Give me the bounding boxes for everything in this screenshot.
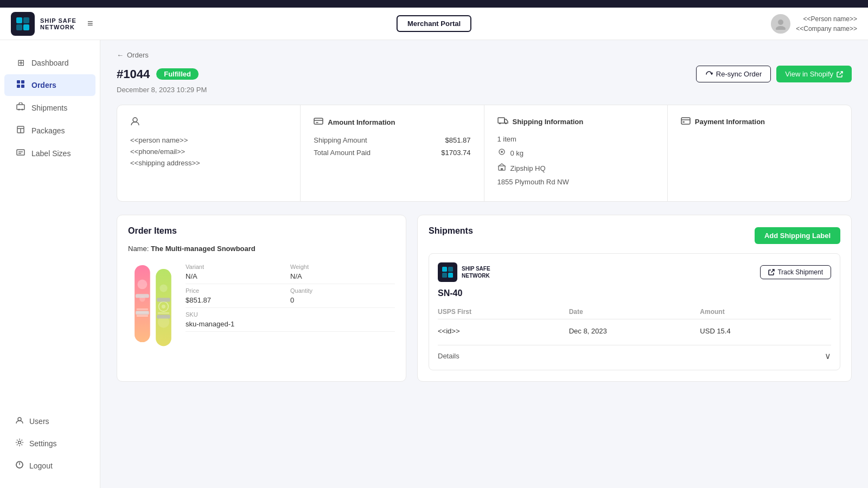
amount-card: Amount Information Shipping Amount $851.… [301,105,484,201]
svg-rect-23 [314,118,323,124]
svg-point-28 [505,123,507,124]
svg-point-27 [499,123,501,124]
ssn-logo-icon [441,266,454,279]
customer-card-title [130,116,287,129]
variant-value: N/A [186,272,285,280]
price-label: Price [186,287,285,294]
svg-rect-55 [448,267,453,272]
info-cards: <<person name>> <<phone/email>> <<shippi… [117,105,852,202]
svg-rect-53 [157,314,170,318]
svg-rect-42 [137,315,148,317]
svg-rect-32 [501,168,503,170]
item-specs: Variant N/A Weight N/A Price $851.87 [186,260,395,347]
shipping-item-count: 1 item [497,135,516,143]
shipping-card: Shipping Information 1 item 0 kg Zipship… [484,105,668,201]
sidebar-item-users[interactable]: Users [4,410,95,432]
shipment-sn: SN-40 [438,288,831,298]
sidebar-nav: ⊞ Dashboard Orders Shipments Packages [0,51,100,165]
shipment-date: Dec 8, 2023 [569,327,700,335]
shipping-amount-value: $851.87 [445,136,471,144]
svg-rect-52 [157,298,170,301]
price-value: $851.87 [186,296,285,304]
variant-col: Variant N/A [186,260,290,284]
total-amount-value: $1703.74 [441,149,470,157]
amount-card-title: Amount Information [314,116,470,129]
total-amount-row: Total Amount Paid $1703.74 [314,149,470,157]
header: SHIP SAFE NETWORK ≡ Merchant Portal <<Pe… [0,8,868,40]
shopify-label: View in Shopify [785,70,833,78]
logo-icon [15,16,30,31]
label-sizes-icon [15,148,26,159]
merchant-portal-button[interactable]: Merchant Portal [397,15,471,32]
payment-title-text: Payment Information [695,118,765,126]
svg-point-5 [776,26,786,30]
shipping-item-count-row: 1 item [497,135,654,143]
amount-title-text: Amount Information [328,118,395,126]
shipment-id: <<id>> [438,327,569,335]
item-name-row: Name: The Multi-managed Snowboard [128,245,395,253]
ssn-text: SHIP SAFE NETWORK [462,265,490,279]
track-label: Track Shipment [777,268,823,276]
svg-point-11 [18,109,20,111]
sidebar-item-settings[interactable]: Settings [4,433,95,454]
breadcrumb: ← Orders [117,51,852,59]
header-buttons: Re-sync Order View in Shopify [696,66,852,82]
resync-order-button[interactable]: Re-sync Order [696,66,771,82]
track-shipment-button[interactable]: Track Shipment [760,265,831,279]
shipping-amount-label: Shipping Amount [314,136,367,144]
quantity-value: 0 [290,296,390,304]
weight-value: N/A [290,272,390,280]
view-shopify-button[interactable]: View in Shopify [776,66,852,82]
amount-icon [314,116,323,129]
add-shipping-label-button[interactable]: Add Shipping Label [755,227,840,244]
sidebar-item-label-sizes[interactable]: Label Sizes [4,143,95,164]
sidebar-item-dashboard[interactable]: ⊞ Dashboard [4,52,95,73]
logo-area: SHIP SAFE NETWORK ≡ [11,12,93,36]
payment-card-title: Payment Information [681,116,838,127]
svg-rect-9 [21,85,24,88]
sidebar-item-packages[interactable]: Packages [4,120,95,142]
carrier-column-header: USPS First [438,308,569,316]
svg-rect-26 [498,118,505,123]
svg-point-47 [159,284,167,292]
sidebar-label-settings: Settings [29,439,57,448]
svg-rect-2 [16,24,22,30]
user-company-name: <<Company name>> [796,24,857,34]
header-right: <<Person name>> <<Company name>> [771,14,857,34]
shipping-weight-row: 0 kg [497,147,654,158]
shipment-details-bar[interactable]: Details ∨ [438,345,831,361]
hamburger-button[interactable]: ≡ [87,18,93,29]
header-center: Merchant Portal [397,15,471,32]
svg-rect-8 [17,85,20,88]
item-image [128,260,177,347]
shipment-amount: USD 15.4 [700,327,831,335]
total-amount-label: Total Amount Paid [314,149,371,157]
order-items-title: Order Items [128,226,395,236]
quantity-col: Quantity 0 [290,284,395,308]
details-label: Details [438,352,459,360]
svg-rect-3 [23,24,29,30]
svg-rect-33 [681,118,690,124]
snowboard-svg [128,260,177,347]
sidebar-item-shipments[interactable]: Shipments [4,97,95,119]
svg-rect-35 [682,121,685,123]
breadcrumb-orders-link[interactable]: Orders [127,51,149,59]
sidebar-item-orders[interactable]: Orders [4,74,95,96]
ssn-logo: SHIP SAFE NETWORK [438,262,490,282]
shipping-address-row: 1855 Plymouth Rd NW [497,178,654,186]
svg-rect-54 [442,267,447,272]
svg-rect-10 [17,105,24,110]
payment-icon [681,116,691,127]
shipping-icon [497,116,508,127]
shipping-weight: 0 kg [510,149,524,157]
sidebar-item-logout[interactable]: Logout [4,455,95,476]
shipping-warehouse-row: Zipship HQ [497,163,654,174]
svg-point-4 [778,20,783,25]
shipping-title-text: Shipping Information [513,118,584,126]
svg-rect-37 [135,265,150,342]
customer-card: <<person name>> <<phone/email>> <<shippi… [117,105,301,201]
shipments-header: Shipments Add Shipping Label [429,226,840,245]
svg-rect-40 [137,309,148,310]
dashboard-icon: ⊞ [15,57,26,68]
user-avatar-icon [775,18,787,30]
